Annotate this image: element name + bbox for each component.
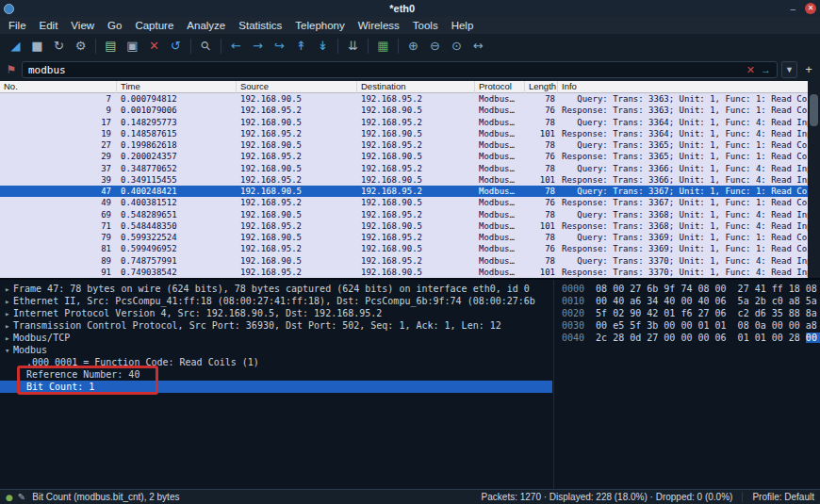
menu-edit[interactable]: Edit <box>33 17 65 34</box>
cell-time: 0.548448350 <box>117 220 237 232</box>
close-file-icon[interactable]: ✕ <box>143 36 165 57</box>
packet-row[interactable]: 70.000794812192.168.90.5192.168.95.2Modb… <box>0 93 820 105</box>
column-header-dst[interactable]: Destination <box>357 81 475 93</box>
save-file-icon[interactable]: ▣ <box>122 36 143 57</box>
packet-row[interactable]: 490.400381512192.168.95.2192.168.90.5Mod… <box>0 197 820 208</box>
menu-file[interactable]: File <box>2 17 33 34</box>
resize-columns-icon[interactable]: ↔ <box>467 36 489 57</box>
start-capture-icon[interactable]: ◢ <box>5 36 26 57</box>
cell-info: Query: Trans: 3368; Unit: 1, Func: 4: Re… <box>558 209 820 220</box>
menu-wireless[interactable]: Wireless <box>352 17 406 34</box>
hex-line[interactable]: 00205f 02 90 42 01 f6 27 06 c2 d6 35 88 … <box>562 307 820 319</box>
clear-filter-icon[interactable]: ✕ <box>746 64 755 76</box>
first-packet-icon[interactable]: ↟ <box>290 36 312 57</box>
column-header-no[interactable]: No. <box>0 81 117 93</box>
packet-row[interactable]: 390.349115455192.168.95.2192.168.90.5Mod… <box>0 174 820 186</box>
display-filter-input[interactable]: modbus ✕ → <box>22 61 778 78</box>
cell-len: 78 <box>525 93 558 105</box>
forward-icon[interactable]: → <box>247 36 269 57</box>
collapse-arrow-icon[interactable]: ▾ <box>0 345 13 356</box>
expand-arrow-icon[interactable]: ▸ <box>0 320 13 332</box>
packet-row[interactable]: 890.748757991192.168.90.5192.168.95.2Mod… <box>0 255 820 267</box>
zoom-out-icon[interactable]: ⊖ <box>424 36 446 57</box>
detail-line[interactable]: ▸Transmission Control Protocol, Src Port… <box>0 319 552 332</box>
zoom-in-icon[interactable]: ⊕ <box>402 36 424 57</box>
menu-capture[interactable]: Capture <box>128 17 180 34</box>
packet-row[interactable]: 370.348770652192.168.90.5192.168.95.2Mod… <box>0 163 820 174</box>
capture-comment-icon[interactable]: ✎ <box>18 492 25 502</box>
find-packet-icon[interactable]: ⚲ <box>191 31 221 61</box>
detail-line[interactable]: Reference Number: 40 <box>0 368 552 381</box>
column-header-time[interactable]: Time <box>117 81 237 93</box>
hex-offset: 0000 <box>562 284 584 294</box>
cell-dst: 192.168.95.2 <box>357 232 475 243</box>
detail-line[interactable]: ▸Frame 47: 78 bytes on wire (624 bits), … <box>0 283 552 295</box>
last-packet-icon[interactable]: ↡ <box>312 36 334 57</box>
column-header-src[interactable]: Source <box>237 81 357 93</box>
detail-line[interactable]: ▸Ethernet II, Src: PcsCompu_41:ff:18 (08… <box>0 295 552 307</box>
cell-info: Response: Trans: 3365; Unit: 1, Func: 1:… <box>558 151 820 162</box>
cell-proto: Modbus… <box>475 267 525 278</box>
menu-tools[interactable]: Tools <box>406 17 445 34</box>
filter-dropdown-icon[interactable]: ▼ <box>781 61 797 78</box>
detail-line[interactable]: ▸Modbus/TCP <box>0 332 552 344</box>
packet-row[interactable]: 290.200024357192.168.95.2192.168.90.5Mod… <box>0 151 820 162</box>
close-button[interactable]: ✕ <box>805 3 816 14</box>
detail-line[interactable]: Bit Count: 1 <box>0 381 552 393</box>
goto-packet-icon[interactable]: ↪ <box>269 36 290 57</box>
packet-row[interactable]: 790.599322524192.168.90.5192.168.95.2Mod… <box>0 232 820 243</box>
cell-src: 192.168.90.5 <box>237 255 357 267</box>
hex-line[interactable]: 00402c 28 0d 27 00 00 00 06 01 01 00 28 … <box>562 332 820 344</box>
expand-arrow-icon[interactable]: ▸ <box>0 284 13 295</box>
expand-arrow-icon[interactable]: ▸ <box>0 308 13 319</box>
cell-src: 192.168.90.5 <box>237 117 357 128</box>
expert-info-icon[interactable]: ● <box>6 493 13 502</box>
capture-options-icon[interactable]: ⚙ <box>70 36 91 57</box>
packet-list-scrollbar[interactable] <box>808 81 820 278</box>
packet-row[interactable]: 910.749038542192.168.95.2192.168.90.5Mod… <box>0 267 820 278</box>
menu-view[interactable]: View <box>64 17 101 34</box>
apply-filter-icon[interactable]: → <box>761 64 771 75</box>
expand-arrow-icon[interactable]: ▸ <box>0 333 13 344</box>
menu-telephony[interactable]: Telephony <box>288 17 351 34</box>
filter-text[interactable]: modbus <box>28 64 741 76</box>
cell-len: 101 <box>525 174 558 186</box>
cell-time: 0.200024357 <box>117 151 237 162</box>
detail-text: Frame 47: 78 bytes on wire (624 bits), 7… <box>13 284 530 294</box>
packet-row[interactable]: 170.148295773192.168.90.5192.168.95.2Mod… <box>0 117 820 128</box>
packet-row[interactable]: 710.548448350192.168.95.2192.168.90.5Mod… <box>0 220 820 232</box>
detail-line[interactable]: ▾Modbus <box>0 344 552 356</box>
zoom-original-icon[interactable]: ⊙ <box>446 36 467 57</box>
column-header-info[interactable]: Info <box>558 81 820 93</box>
minimize-button[interactable]: – <box>790 4 795 14</box>
packet-row[interactable]: 690.548289651192.168.90.5192.168.95.2Mod… <box>0 209 820 220</box>
hex-line[interactable]: 001000 40 a6 34 40 00 40 06 5a 2b c0 a8 … <box>562 295 820 307</box>
colorize-icon[interactable]: ▦ <box>372 36 394 57</box>
auto-scroll-icon[interactable]: ⇊ <box>342 36 364 57</box>
packet-row[interactable]: 470.400248421192.168.90.5192.168.95.2Mod… <box>0 186 820 197</box>
packet-row[interactable]: 190.148587615192.168.95.2192.168.90.5Mod… <box>0 128 820 139</box>
stop-capture-icon[interactable]: ■ <box>26 36 48 57</box>
column-header-proto[interactable]: Protocol <box>475 81 525 93</box>
packet-row[interactable]: 90.001079006192.168.95.2192.168.90.5Modb… <box>0 105 820 116</box>
add-filter-button[interactable]: + <box>801 61 816 78</box>
detail-line[interactable]: .000 0001 = Function Code: Read Coils (1… <box>0 356 552 368</box>
status-profile[interactable]: Profile: Default <box>752 492 814 502</box>
scrollbar-thumb[interactable] <box>810 94 818 126</box>
menu-statistics[interactable]: Statistics <box>232 17 288 34</box>
open-file-icon[interactable]: ▤ <box>100 36 122 57</box>
hex-line[interactable]: 000008 00 27 6b 9f 74 08 00 27 41 ff 18 … <box>562 283 820 295</box>
column-header-len[interactable]: Length <box>525 81 558 93</box>
reload-icon[interactable]: ↺ <box>165 36 187 57</box>
back-icon[interactable]: ← <box>225 36 247 57</box>
cell-src: 192.168.90.5 <box>237 93 357 105</box>
menu-help[interactable]: Help <box>445 17 481 34</box>
bookmark-icon[interactable]: ⚑ <box>4 63 19 76</box>
menu-go[interactable]: Go <box>101 17 128 34</box>
restart-capture-icon[interactable]: ↻ <box>48 36 70 57</box>
expand-arrow-icon[interactable]: ▸ <box>0 296 13 307</box>
hex-line[interactable]: 003000 e5 5f 3b 00 00 01 01 08 0a 00 00 … <box>562 319 820 332</box>
packet-row[interactable]: 810.599496952192.168.95.2192.168.90.5Mod… <box>0 243 820 254</box>
detail-line[interactable]: ▸Internet Protocol Version 4, Src: 192.1… <box>0 307 552 319</box>
packet-row[interactable]: 270.199862618192.168.90.5192.168.95.2Mod… <box>0 139 820 151</box>
